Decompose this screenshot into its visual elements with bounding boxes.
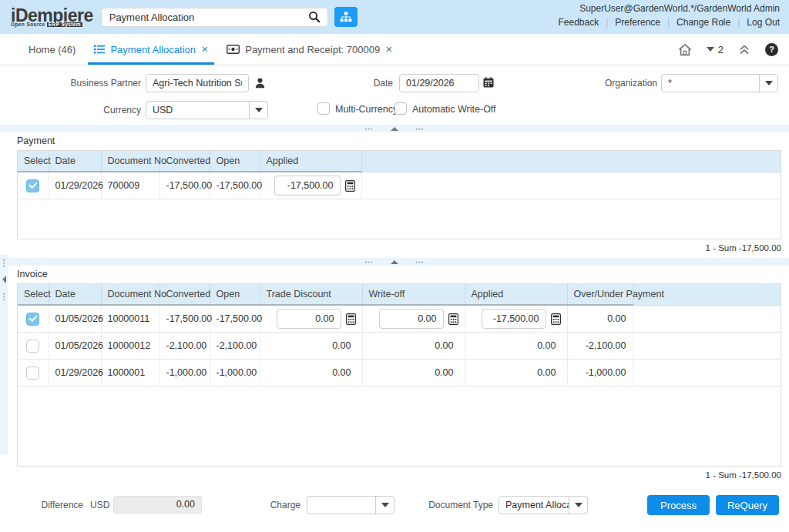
invoice-row-write-off: 0.00 (362, 360, 465, 386)
invoice-col-select[interactable]: Select (18, 284, 49, 305)
invoice-row-checkbox[interactable] (26, 366, 39, 380)
sitemap-icon (340, 12, 352, 22)
idempiere-logo[interactable]: iDempiere Open Source ERP System (11, 7, 93, 28)
tab-payment-allocation-close-icon[interactable]: ✕ (201, 45, 208, 55)
invoice-applied-input[interactable] (482, 309, 546, 329)
invoice-row-checkbox[interactable] (26, 340, 39, 353)
invoice-col-write-off[interactable]: Write-off (362, 284, 465, 305)
collapse-all-icon[interactable] (737, 43, 751, 56)
currency-label: Currency (0, 101, 141, 119)
idempiere-window: iDempiere Open Source ERP System (0, 0, 789, 532)
feedback-link[interactable]: Feedback (558, 17, 599, 28)
calculator-icon (448, 313, 458, 325)
top-bar: iDempiere Open Source ERP System (0, 0, 789, 34)
process-button[interactable]: Process (647, 495, 710, 515)
menu-tree-button[interactable] (334, 7, 358, 27)
splitter-dots-icon: ⋯ (415, 126, 425, 131)
invoice-row-converted: -1,000.00 (159, 360, 210, 386)
invoice-trade-discount-input[interactable] (277, 309, 341, 329)
invoice-col-open[interactable]: Open (210, 284, 260, 305)
payment-applied-input[interactable] (274, 176, 341, 196)
multi-currency-label: Multi-Currency (335, 102, 398, 116)
invoice-row-open: -17,500.00 (210, 305, 260, 333)
payment-col-open[interactable]: Open (210, 151, 260, 172)
invoice-panel: Invoice Select Date Document No Converte… (0, 269, 789, 491)
document-type-dropdown-button[interactable] (569, 497, 587, 514)
currency-combo[interactable]: USD (146, 101, 268, 119)
user-info: SuperUser@GardenWorld.*/GardenWorld Admi… (558, 3, 780, 14)
left-panel-splitter[interactable]: ⋮ ⋮ (0, 255, 8, 454)
tab-payment-allocation[interactable]: Payment Allocation ✕ (85, 34, 217, 65)
document-type-value: Payment Allocation (499, 500, 569, 510)
global-search-box[interactable] (101, 8, 328, 27)
organization-combo[interactable]: * (661, 74, 778, 92)
global-search-input[interactable] (109, 12, 306, 23)
multi-currency-checkbox[interactable] (317, 102, 330, 115)
change-role-link[interactable]: Change Role (677, 17, 730, 28)
invoice-trade-discount-calculator-button[interactable] (346, 313, 356, 325)
invoice-row-checkbox[interactable] (26, 313, 39, 326)
splitter-collapse-up-icon[interactable] (391, 127, 398, 131)
calculator-icon (345, 180, 355, 192)
organization-dropdown-button[interactable] (759, 75, 777, 92)
payment-applied-calculator-button[interactable] (345, 180, 355, 192)
automatic-writeoff-label: Automatic Write-Off (412, 102, 496, 116)
invoice-col-date[interactable]: Date (49, 284, 101, 305)
payment-col-select[interactable]: Select (18, 151, 49, 172)
invoice-sum-label: 1 - Sum -17,500.00 (0, 470, 781, 480)
splitter-collapse-up-icon[interactable] (391, 260, 398, 264)
splitter-dots-icon: ⋮ (0, 258, 8, 267)
invoice-write-off-input[interactable] (379, 309, 444, 329)
form-payment-splitter[interactable]: ⋯ ⋯ (0, 125, 789, 132)
invoice-applied-calculator-button[interactable] (551, 313, 561, 325)
help-icon[interactable]: ? (765, 43, 778, 56)
difference-currency-label: USD (90, 496, 113, 514)
business-partner-label: Business Partner (0, 74, 141, 92)
payment-col-applied[interactable]: Applied (260, 151, 361, 172)
invoice-panel-title: Invoice (17, 269, 789, 281)
calendar-icon (483, 77, 494, 88)
requery-button[interactable]: ReQuery (716, 495, 779, 515)
invoice-col-over-under[interactable]: Over/Under Payment (567, 284, 633, 305)
tab-home[interactable]: Home (46) (19, 34, 85, 65)
preference-link[interactable]: Preference (615, 17, 660, 28)
invoice-col-applied[interactable]: Applied (465, 284, 567, 305)
invoice-row-document-no: 10000011 (101, 305, 159, 333)
search-button[interactable] (306, 8, 323, 25)
splitter-collapse-left-icon[interactable] (2, 276, 6, 283)
date-picker-button[interactable] (482, 75, 495, 89)
charge-dropdown-button[interactable] (375, 497, 394, 514)
automatic-writeoff-checkbox[interactable] (394, 102, 407, 115)
invoice-col-trade-discount[interactable]: Trade Discount (260, 284, 362, 305)
user-block: SuperUser@GardenWorld.*/GardenWorld Admi… (558, 3, 780, 28)
invoice-table-header: Select Date Document No Converted Open T… (18, 284, 781, 305)
payment-window-icon (227, 45, 240, 54)
date-input[interactable] (399, 74, 479, 92)
tab-payment-receipt[interactable]: Payment and Receipt: 700009 ✕ (217, 34, 401, 65)
payment-col-document-no[interactable]: Document No (101, 151, 159, 172)
payment-row-checkbox[interactable] (26, 179, 39, 192)
payment-table-row: 01/29/2026 700009 -17,500.00 -17,500.00 (18, 172, 781, 199)
invoice-write-off-calculator-button[interactable] (448, 313, 458, 325)
business-partner-search-button[interactable] (253, 76, 266, 90)
organization-value: * (662, 78, 759, 89)
payment-invoice-splitter[interactable]: ⋯ ⋯ (0, 258, 789, 266)
invoice-row-trade-discount: 0.00 (260, 333, 362, 360)
invoice-col-converted[interactable]: Converted (159, 284, 210, 305)
tabbar-actions: 2 ? (677, 34, 778, 65)
payment-table: Select Date Document No Converted Open A… (17, 150, 781, 239)
payment-col-date[interactable]: Date (49, 151, 101, 172)
payment-col-converted[interactable]: Converted (159, 151, 210, 172)
business-partner-input[interactable] (146, 74, 249, 92)
home-icon[interactable] (677, 42, 693, 57)
document-type-combo[interactable]: Payment Allocation (499, 496, 588, 514)
charge-label: Charge (216, 496, 300, 514)
logout-link[interactable]: Log Out (747, 17, 780, 28)
difference-value-field: 0.00 (113, 496, 202, 514)
window-list-dropdown[interactable]: 2 (707, 44, 724, 55)
tab-payment-receipt-close-icon[interactable]: ✕ (385, 45, 392, 55)
charge-combo[interactable] (307, 496, 394, 514)
invoice-col-document-no[interactable]: Document No (101, 284, 159, 305)
currency-dropdown-button[interactable] (249, 102, 267, 119)
chevron-down-icon (765, 81, 773, 85)
